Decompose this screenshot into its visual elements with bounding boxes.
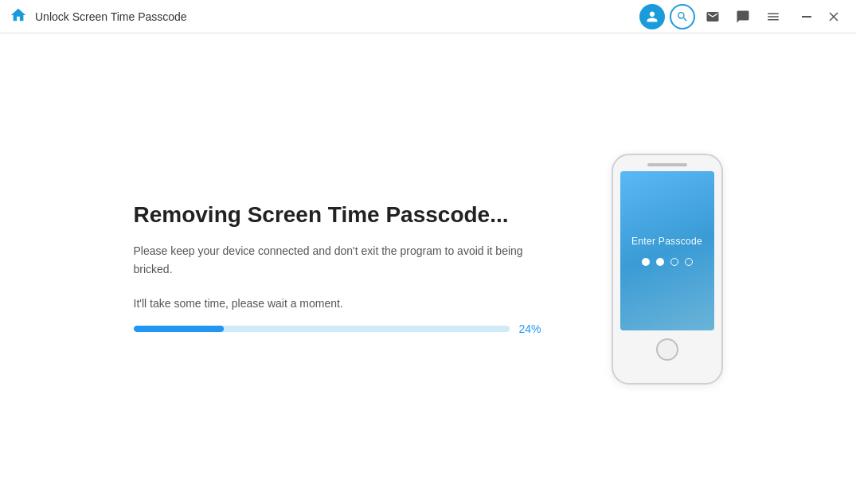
title-bar-left: Unlock Screen Time Passcode — [10, 6, 639, 27]
search-profile-icon[interactable] — [670, 4, 695, 29]
passcode-dot-2 — [656, 258, 664, 266]
progress-percent-label: 24% — [519, 322, 548, 335]
passcode-dot-1 — [642, 258, 650, 266]
phone-illustration: Enter Passcode — [612, 154, 723, 385]
passcode-dots — [642, 258, 693, 266]
home-icon[interactable] — [10, 6, 27, 27]
removing-title: Removing Screen Time Passcode... — [134, 202, 548, 228]
phone-home-button — [656, 338, 678, 361]
phone-screen: Enter Passcode — [620, 171, 714, 330]
close-button[interactable] — [821, 4, 846, 29]
progress-bar-fill — [134, 326, 224, 332]
main-content: Removing Screen Time Passcode... Please … — [0, 33, 856, 504]
svg-rect-0 — [802, 16, 811, 18]
window-controls — [794, 4, 846, 29]
progress-container: 24% — [134, 322, 548, 335]
chat-icon[interactable] — [730, 4, 756, 29]
progress-bar-background — [134, 326, 510, 332]
minimize-button[interactable] — [794, 4, 819, 29]
right-panel: Enter Passcode — [612, 154, 723, 385]
profile-icon[interactable] — [639, 4, 665, 29]
window-title: Unlock Screen Time Passcode — [35, 10, 187, 23]
removing-description: Please keep your device connected and do… — [134, 242, 548, 278]
passcode-dot-4 — [685, 258, 693, 266]
title-bar-right — [639, 4, 846, 29]
wait-text: It'll take some time, please wait a mome… — [134, 297, 548, 310]
mail-icon[interactable] — [700, 4, 725, 29]
enter-passcode-label: Enter Passcode — [631, 236, 702, 247]
passcode-dot-3 — [670, 258, 678, 266]
phone-top-bar — [647, 163, 687, 166]
left-panel: Removing Screen Time Passcode... Please … — [134, 202, 548, 335]
menu-icon[interactable] — [760, 4, 786, 29]
title-bar: Unlock Screen Time Passcode — [0, 0, 856, 33]
